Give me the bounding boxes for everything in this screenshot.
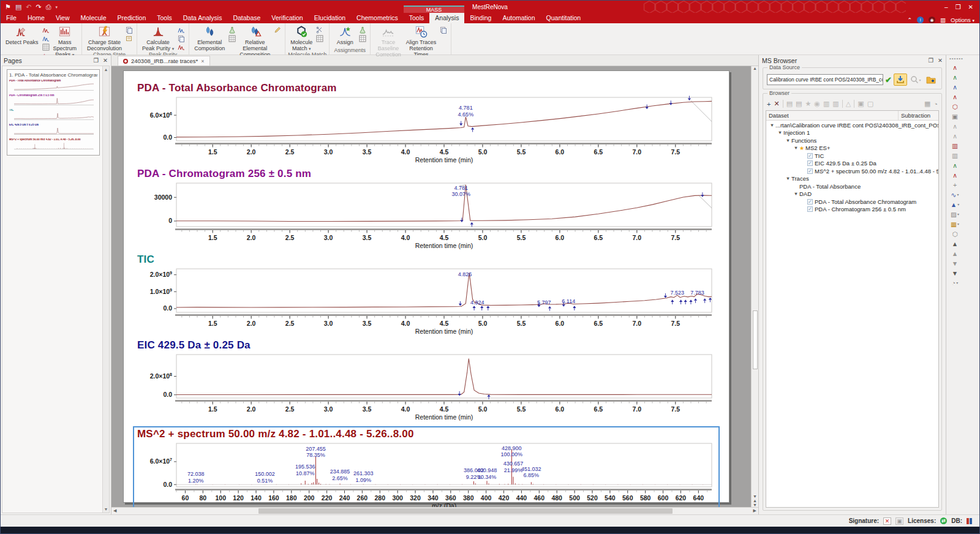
tree-item-ms-2-spectrum-50-00-m-z-4-82-1[interactable]: ✓MS^2 + spectrum 50.00 m/z 4.82 - 1.01..… [766,167,938,175]
tree-item-pda-chromatogram-256-0-5-nm[interactable]: ✓PDA - Chromatogram 256 ± 0.5 nm [766,206,938,214]
chevron-down-icon[interactable]: ▼ [785,176,791,181]
table-export-icon[interactable]: ▥ [832,100,839,108]
info-icon[interactable]: i [917,17,924,23]
dataset-column-header[interactable]: Dataset [766,111,898,120]
options-button[interactable]: Options ▾ [951,17,974,23]
tree-item-pda-total-absorbance[interactable]: PDA - Total Absorbance [766,182,938,190]
chevron-down-icon[interactable]: ▼ [769,122,775,128]
move-down-icon[interactable]: ▼ [949,259,960,268]
trace-tool-icon[interactable]: ∿▾ [949,190,960,200]
molecule-view-icon[interactable]: ⬡ [949,230,960,239]
database-status-icon[interactable] [967,518,972,524]
grid-icon[interactable] [315,34,324,42]
elemental-composition-button[interactable]: ElementalComposition [192,24,227,58]
redo-icon[interactable]: ↷ [36,4,42,10]
menu-view[interactable]: View [50,13,75,23]
chevron-down-icon[interactable]: ▼ [793,145,799,151]
copy-icon[interactable] [439,26,448,34]
data-source-input[interactable]: Calibration curve IRBE cont POS/240308_I… [767,74,883,85]
table-clear-icon[interactable]: ▥ [823,100,829,108]
paste-icon[interactable]: ▢ [867,100,873,108]
chart-plot[interactable]: 0.06.0×107608010012014016018020022024026… [137,440,715,507]
peak-flag-icon[interactable]: ∧ [949,171,960,180]
close-panel-icon[interactable]: ✕ [938,57,943,64]
vertical-scrollbar[interactable]: ▲ ▼ ▲ ▼ [751,66,758,507]
chart-plot[interactable]: 0.02.0×1081.52.02.53.03.54.04.55.05.56.0… [137,352,715,423]
licenses-status-icon[interactable]: ⇄ [940,517,947,524]
tree-item-injection-1[interactable]: ▼Injection 1 [766,129,938,137]
menu-data-analysis[interactable]: Data Analysis [178,13,228,23]
mass-spectrum-peaks-button[interactable]: MassSpectrumPeaks ▾ [51,24,80,59]
peaks-blue-icon[interactable] [42,34,50,42]
snapshot-icon[interactable]: ▣ [949,112,960,121]
flask-icon[interactable] [228,26,236,34]
menu-file[interactable]: File [1,13,22,23]
close-button[interactable]: ✕ [968,4,973,10]
menu-prediction[interactable]: Prediction [112,13,152,23]
peaks-red-icon[interactable] [177,43,186,51]
tree-item-dad[interactable]: ▼DAD [766,190,938,198]
peak-left-icon[interactable]: ∧ [949,122,960,131]
peak-match-icon[interactable]: ∧ [949,161,960,170]
peak-auto-icon[interactable]: ∧ [949,73,960,82]
detect-peaks-button[interactable]: Detect Peaks [3,24,41,59]
region-tool-icon[interactable]: ▨▾ [949,210,960,219]
menu-tools[interactable]: Tools [151,13,178,23]
tree-item-traces[interactable]: ▼Traces [766,175,938,183]
minimize-button[interactable]: – [944,4,948,10]
qat-more-icon[interactable]: ▾ [56,5,58,9]
move-top-icon[interactable]: ▲ [949,239,960,249]
menu-home[interactable]: Home [22,13,50,23]
menu-quantitation[interactable]: Quantitation [541,13,587,23]
tree-item-ms2-es[interactable]: ▼★MS2 ES+ [766,145,938,152]
spectrum-bars-icon[interactable]: ▥ [949,141,960,151]
manual-icon[interactable]: ▥ [940,17,946,23]
collapse-ribbon-icon[interactable]: ⌃ [907,17,912,23]
table-add-icon[interactable]: ▤ [786,100,793,108]
checkbox-checked[interactable]: ✓ [807,160,813,166]
add-dataset-icon[interactable]: + [767,100,771,108]
close-panel-icon[interactable]: ✕ [103,57,108,64]
spectrum-view-icon[interactable]: ▲▾ [949,200,960,209]
page-down-icon[interactable]: ▼ [753,503,757,507]
help-icon[interactable]: ◉ [929,17,935,23]
page-sheet[interactable]: PDA - Total Absorbance Chromatogram0.06.… [123,70,729,503]
peak-right-icon[interactable]: ∧ [949,132,960,141]
float-panel-icon[interactable]: ❐ [94,57,99,64]
checkbox-checked[interactable]: ✓ [807,168,813,174]
toolbar-grip[interactable]: •••••• [949,56,963,61]
menu-molecule[interactable]: Molecule [75,13,112,23]
menu-binding[interactable]: Binding [464,13,497,23]
assign-button[interactable]: Assign [332,24,358,47]
menu-automation[interactable]: Automation [497,13,540,23]
print-icon[interactable]: ⎙ [46,4,51,10]
subtraction-column-header[interactable]: Subtraction [898,111,938,120]
app-icon[interactable]: ⚑ [5,4,11,10]
import-data-button[interactable] [894,73,907,86]
maximize-button[interactable]: ❐ [956,4,961,10]
page-up-icon[interactable]: ▲ [753,498,757,503]
peak-group-icon[interactable]: ∧ [949,83,960,92]
target-icon[interactable]: ◉ [814,100,820,108]
charge-state-deconvolution-button[interactable]: Charge StateDeconvolution [85,24,124,51]
tree-item-rtan-calibration-curve-irbe-co[interactable]: ▼...rtan\Calibration curve IRBE cont POS… [766,121,938,129]
scrollbar-thumb[interactable] [753,310,758,369]
grid-view-icon[interactable]: ▦ [924,100,930,108]
hscrollbar-thumb[interactable] [258,508,673,514]
tree-item-eic-429-5-da-0-25-da[interactable]: ✓EIC 429.5 Da ± 0.25 Da [766,160,938,168]
pencil-icon[interactable] [273,26,282,34]
calculate-peak-purity-button[interactable]: CalculatePeak Purity ▾ [140,24,176,51]
page-thumbnail[interactable]: 1. PDA - Total Absorbance Chromatogram P… [7,69,100,156]
selected-chart-frame[interactable]: MS^2 + spectrum 50.00 m/z 4.82 - 1.01..4… [133,426,720,507]
table-remove-icon[interactable]: ▤ [796,100,802,108]
chevron-down-icon[interactable]: ▼ [785,138,791,143]
grid-icon[interactable] [358,34,367,42]
tab-tools[interactable]: Tools [404,13,430,23]
clock-tool-icon[interactable]: ◔▾ [949,279,960,288]
align-traces-retention-times-button[interactable]: Align TracesRetentionTimes [404,24,439,58]
tab-analysis[interactable]: Analysis [429,13,464,23]
tree-item-functions[interactable]: ▼Functions [766,137,938,145]
remove-dataset-icon[interactable]: ✕ [774,100,779,108]
open-folder-button[interactable] [924,73,938,86]
copy-icon[interactable]: ▣ [858,100,864,108]
